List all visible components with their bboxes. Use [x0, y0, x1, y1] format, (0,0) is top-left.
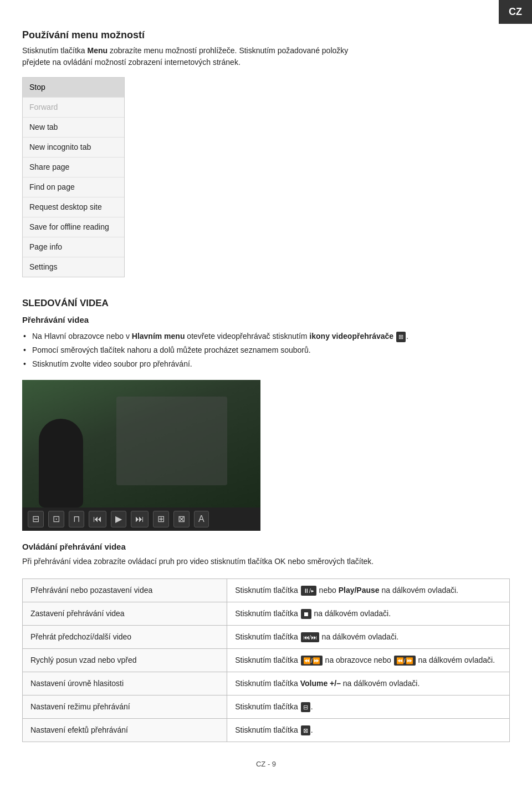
- video-boxing-area: [116, 397, 227, 485]
- table-cell-col2-1: Stisknutím tlačítka ⏹ na dálkovém ovlada…: [227, 602, 510, 625]
- menu-item-stop[interactable]: Stop: [23, 78, 124, 98]
- subtitle-text3: přejdete na ovládání možností zobrazení …: [22, 58, 241, 67]
- page-footer: CZ - 9: [22, 759, 510, 770]
- video-ctrl-btn-8[interactable]: A: [194, 511, 209, 527]
- menu-item-new-tab[interactable]: New tab: [23, 118, 124, 138]
- video-screen: [22, 380, 260, 507]
- menu-item-find-on-page[interactable]: Find on page: [23, 177, 124, 197]
- table-cell-col1-4: Nastavení úrovně hlasitosti: [23, 672, 227, 695]
- video-ctrl-btn-7[interactable]: ⊠: [173, 511, 190, 527]
- menu-item-save-for-offline-reading[interactable]: Save for offline reading: [23, 217, 124, 237]
- ovladani-desc: Při přehrávání videa zobrazíte ovládací …: [22, 556, 510, 567]
- table-body: Přehrávání nebo pozastavení videaStisknu…: [23, 578, 510, 742]
- table-cell-col1-2: Přehrát předchozí/další video: [23, 625, 227, 648]
- page-subtitle: Stisknutím tlačítka Menu zobrazíte menu …: [22, 45, 510, 68]
- dropdown-menu: StopForwardNew tabNew incognito tabShare…: [22, 77, 125, 277]
- menu-item-settings[interactable]: Settings: [23, 257, 124, 277]
- table-cell-col1-1: Zastavení přehrávání videa: [23, 602, 227, 625]
- table-row: Zastavení přehrávání videaStisknutím tla…: [23, 602, 510, 625]
- table-cell-col2-2: Stisknutím tlačítka ⏮/⏭ na dálkovém ovla…: [227, 625, 510, 648]
- table-cell-col1-3: Rychlý posun vzad nebo vpřed: [23, 648, 227, 672]
- video-ctrl-btn-6[interactable]: ⊞: [153, 511, 169, 527]
- bullet-2: Pomocí směrových tlačítek nahoru a dolů …: [22, 344, 510, 356]
- table-cell-col1-5: Nastavení režimu přehrávání: [23, 695, 227, 718]
- table-cell-col2-4: Stisknutím tlačítka Volume +/– na dálkov…: [227, 672, 510, 695]
- section-sledovani: SLEDOVÁNÍ VIDEA: [22, 296, 510, 311]
- video-ctrl-btn-3[interactable]: ⏮: [89, 511, 106, 527]
- video-silhouette: [39, 419, 83, 507]
- table-row: Nastavení efektů přehráváníStisknutím tl…: [23, 718, 510, 742]
- cz-badge: CZ: [499, 0, 532, 24]
- video-ctrl-btn-2[interactable]: ⊓: [69, 511, 84, 527]
- menu-item-request-desktop-site[interactable]: Request desktop site: [23, 197, 124, 217]
- menu-item-new-incognito-tab[interactable]: New incognito tab: [23, 138, 124, 158]
- subtitle-text2: zobrazíte menu možností prohlížeče. Stis…: [108, 46, 348, 55]
- menu-item-share-page[interactable]: Share page: [23, 158, 124, 177]
- table-cell-col2-3: Stisknutím tlačítka ⏪/⏩ na obrazovce neb…: [227, 648, 510, 672]
- page-title: Používání menu možností: [22, 28, 510, 43]
- video-player: ⊟⊡⊓⏮▶⏭⊞⊠A: [22, 380, 260, 531]
- video-controls-bar: ⊟⊡⊓⏮▶⏭⊞⊠A: [22, 507, 260, 531]
- section-prehravani: Přehrávání videa: [22, 314, 510, 327]
- table-row: Nastavení úrovně hlasitostiStisknutím tl…: [23, 672, 510, 695]
- table-row: Rychlý posun vzad nebo vpředStisknutím t…: [23, 648, 510, 672]
- video-ctrl-btn-4[interactable]: ▶: [111, 511, 126, 527]
- bullet-1: Na Hlavní obrazovce nebo v Hlavním menu …: [22, 331, 510, 342]
- menu-item-page-info[interactable]: Page info: [23, 237, 124, 257]
- table-row: Přehrát předchozí/další videoStisknutím …: [23, 625, 510, 648]
- info-table: Přehrávání nebo pozastavení videaStisknu…: [22, 578, 510, 742]
- table-cell-col1-6: Nastavení efektů přehrávání: [23, 718, 227, 742]
- table-cell-col2-6: Stisknutím tlačítka ⊠.: [227, 718, 510, 742]
- subtitle-text1: Stisknutím tlačítka: [22, 46, 87, 55]
- video-ctrl-btn-1[interactable]: ⊡: [48, 511, 64, 527]
- bullet-3: Stisknutím zvolte video soubor pro přehr…: [22, 358, 510, 370]
- bullets-list: Na Hlavní obrazovce nebo v Hlavním menu …: [22, 331, 510, 370]
- table-cell-col2-0: Stisknutím tlačítka ⏸/▶ nebo Play/Pause …: [227, 578, 510, 602]
- ovladani-title: Ovládání přehrávání videa: [22, 541, 510, 554]
- table-row: Nastavení režimu přehráváníStisknutím tl…: [23, 695, 510, 718]
- video-ctrl-btn-5[interactable]: ⏭: [131, 511, 149, 527]
- table-cell-col1-0: Přehrávání nebo pozastavení videa: [23, 578, 227, 602]
- table-cell-col2-5: Stisknutím tlačítka ⊟.: [227, 695, 510, 718]
- menu-item-forward[interactable]: Forward: [23, 98, 124, 118]
- table-row: Přehrávání nebo pozastavení videaStisknu…: [23, 578, 510, 602]
- subtitle-bold: Menu: [87, 46, 108, 55]
- video-ctrl-btn-0[interactable]: ⊟: [28, 511, 44, 527]
